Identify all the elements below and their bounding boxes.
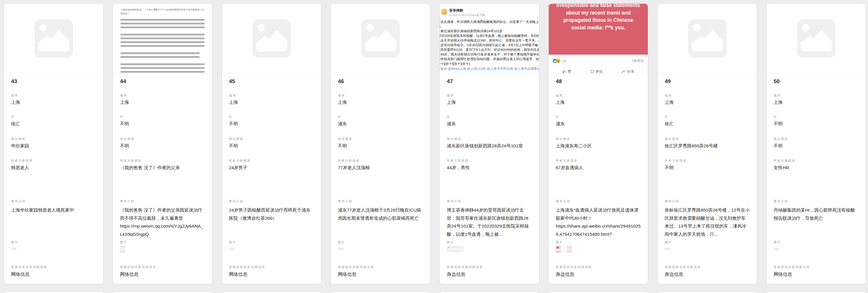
field-label-city: 城市 (665, 94, 750, 98)
share-icon (622, 70, 625, 73)
field-value-district: 浦东 (338, 121, 423, 127)
case-card[interactable]: 46 城市 上海 区 浦东 地址描述 不明 死者大体描述 77岁老人沈瑞根 事件… (331, 3, 430, 284)
field-label-district: 区 (120, 115, 205, 119)
case-card[interactable]: 49 城市 上海 区 徐汇 地址描述 徐汇区罗秀路850弄26号楼 死者大体描述… (657, 3, 757, 284)
field-label-image: 图片 (774, 240, 859, 244)
field-label-event: 事件介绍 (120, 199, 205, 203)
field-value-source-type: 身边信息 (447, 271, 532, 277)
field-value-deceased: 女性HR (774, 165, 859, 171)
field-value-district: 浦东 (447, 121, 532, 127)
field-label-deceased: 死者大体描述 (774, 159, 859, 163)
field-label-district: 区 (229, 115, 314, 119)
field-value-deceased: 《我的爸爸 没了》作者的父亲 (120, 165, 205, 171)
field-value-source-type: 网络信息 (338, 271, 423, 277)
case-number: 48 (556, 78, 562, 85)
next-row-card[interactable] (439, 292, 539, 293)
field-value-city: 上海 (11, 99, 96, 105)
blurred-text-lines (121, 34, 205, 49)
field-value-district: 徐汇 (11, 121, 96, 127)
field-value-event: 浦东77岁老人沈瑞根于3月28日晚在ICU病房因长期末肾透析造成的心肌衰竭而死亡 (338, 206, 423, 222)
field-value-district: 徐汇 (665, 121, 750, 127)
field-label-district: 区 (774, 115, 859, 119)
like-button[interactable]: 赞 (562, 69, 571, 73)
field-value-event: 坐标徐汇区罗秀路850弄26号楼，12号在小区群里求救需要硝酸甘油，没见到救护车… (665, 206, 750, 238)
field-label-address: 地址描述 (774, 137, 859, 141)
image-thumbnail[interactable] (556, 246, 561, 253)
field-label-image: 图片 (665, 240, 750, 244)
comment-button[interactable]: 评论 (590, 69, 603, 73)
image-thumbnail[interactable] (447, 246, 463, 252)
field-value-city: 上海 (556, 99, 641, 105)
image-thumbnail[interactable] (11, 248, 17, 250)
field-label-address: 地址描述 (556, 137, 641, 141)
wow-face-reaction-icon (556, 59, 560, 63)
next-row-card[interactable] (766, 292, 866, 293)
field-value-address: 徐汇区罗秀路850弄26号楼 (665, 143, 750, 149)
next-row-card[interactable] (657, 292, 757, 293)
image-thumbnail[interactable] (567, 246, 572, 253)
case-card[interactable]: irresponsible and false statements about… (549, 3, 648, 284)
case-card[interactable]: 人都没有这样的机会，一个病人需要几十个人的同时帮助和关怀才有可能获得一丝的机会！… (113, 3, 212, 284)
case-card[interactable]: 45 城市 上海 区 不明 地址描述 不明 死者大体描述 24岁男子 事件介绍 … (222, 3, 321, 284)
field-label-event: 事件介绍 (11, 199, 96, 203)
case-card[interactable]: 50 城市 上海 区 不明 地址描述 不明 死者大体描述 女性HR 事件介绍 丹… (766, 3, 866, 284)
next-row-card[interactable] (331, 292, 430, 293)
field-value-source-type: 身边信息 (556, 271, 641, 277)
weibo-post-meta: 4-2 02:31 来自 iPhone客户端 (449, 13, 485, 17)
case-number: 44 (120, 78, 126, 85)
next-row-card[interactable] (4, 292, 103, 293)
field-value-source-type: 网络信息 (11, 271, 96, 277)
field-value-event: 丹纳赫集团的某Hr，因心脏猝死没有核酸报告耽误治疗，导致死亡 (774, 206, 859, 222)
field-value-deceased: 67岁血透病人 (556, 165, 641, 171)
field-value-address: 上海浦东寿二小区 (556, 143, 641, 149)
field-label-address: 地址描述 (11, 137, 96, 141)
field-value-city: 上海 (120, 99, 205, 105)
image-thumbnail[interactable] (774, 248, 779, 250)
image-thumbnail[interactable] (563, 246, 565, 253)
case-card[interactable]: 43 城市 上海 区 徐汇 地址描述 华欣家园 死者大体描述 独居老人 事件介绍… (4, 3, 103, 284)
weibo-post-text: 一名志愿者，昨日我投入路浦西核酸检测的队伍，但是累了一天后晚上接 知。 哥家住浦… (440, 20, 539, 66)
case-number: 45 (229, 78, 235, 85)
share-button[interactable]: 分享 (622, 69, 634, 73)
field-label-district: 区 (447, 115, 532, 119)
field-label-address: 地址描述 (665, 137, 750, 141)
field-label-event: 事件介绍 (229, 199, 314, 203)
field-label-event: 事件介绍 (556, 199, 641, 203)
photo-placeholder-icon (688, 19, 726, 58)
field-value-deceased: 独居老人 (11, 165, 96, 171)
image-thumbnail[interactable] (120, 246, 125, 253)
field-label-image: 图片 (120, 240, 205, 244)
field-value-address: 浦东新区唐镇创新西路28弄24号101室 (447, 143, 532, 149)
field-value-address: 华欣家园 (11, 143, 96, 149)
field-value-event: 上海浦东*血透病人延误治疗致死且遗体滞留家中约30小时！ https://sha… (556, 206, 641, 238)
next-row-card[interactable] (549, 292, 648, 293)
image-thumbnail[interactable] (229, 248, 235, 250)
field-label-address: 地址描述 (338, 137, 423, 141)
next-row-card[interactable] (113, 292, 212, 293)
statement-image: irresponsible and false statements about… (549, 4, 648, 55)
field-value-city: 上海 (447, 99, 532, 105)
blurred-text-lines (121, 63, 205, 73)
field-value-district: 不明 (120, 121, 205, 127)
next-row-card[interactable] (222, 292, 321, 293)
field-value-deceased: 44岁，男性 (447, 165, 532, 171)
card-cover: irresponsible and false statements about… (549, 4, 648, 73)
card-cover: 人都没有这样的机会，一个病人需要几十个人的同时帮助和关怀才有可能获得一丝的机会！ (113, 4, 212, 73)
field-value-source-type: 身边信息 (665, 271, 750, 277)
field-label-city: 城市 (120, 94, 205, 98)
field-value-event: 《我的爸爸 没了》作者的父亲因延误治疗而不得不高位截肢，未久遍离世 https:… (120, 206, 205, 238)
case-card[interactable]: 茶香禅静 4-2 02:31 来自 iPhone客户端 一名志愿者，昨日我投入路… (439, 3, 539, 284)
field-label-image: 图片 (229, 240, 314, 244)
case-number: 47 (447, 78, 453, 85)
weibo-username: 茶香禅静 (449, 8, 463, 13)
reaction-row: 19 7条评论 (549, 55, 648, 67)
field-value-district: 不明 (229, 121, 314, 127)
field-label-deceased: 死者大体描述 (556, 159, 641, 163)
image-thumbnail[interactable] (338, 248, 344, 250)
comments-count: 7条评论 (632, 59, 644, 63)
field-label-address: 地址描述 (120, 137, 205, 141)
field-value-source-type: 网络信息 (229, 271, 314, 277)
post-action-bar: 赞 评论 分享 (553, 67, 644, 73)
field-label-district: 区 (665, 115, 750, 119)
image-thumbnail[interactable] (665, 248, 671, 250)
